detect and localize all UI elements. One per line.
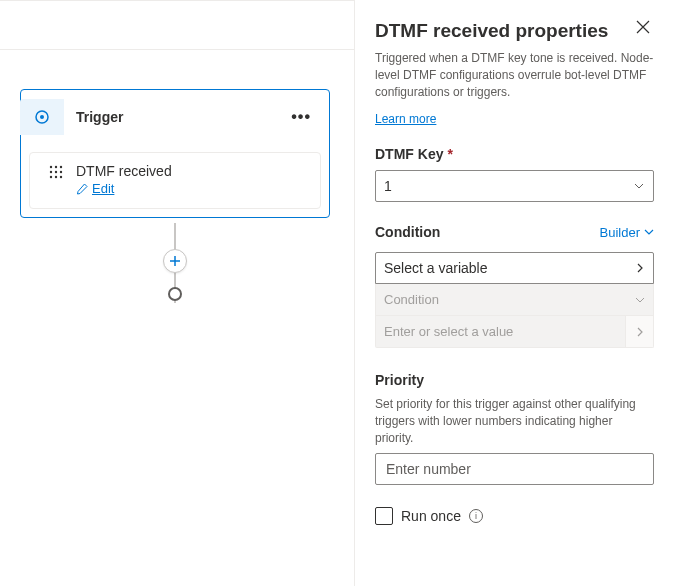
close-icon[interactable]: [632, 16, 654, 38]
condition-label: Condition: [375, 224, 440, 240]
trigger-header: Trigger •••: [21, 90, 329, 144]
condition-operator-placeholder: Condition: [384, 292, 439, 307]
more-icon[interactable]: •••: [287, 108, 315, 126]
edit-label: Edit: [92, 181, 114, 196]
value-picker-button: [625, 316, 653, 347]
add-node-button[interactable]: [163, 249, 187, 273]
trigger-item-label: DTMF received: [76, 163, 308, 179]
run-once-checkbox[interactable]: [375, 507, 393, 525]
variable-select[interactable]: Select a variable: [375, 252, 654, 284]
chevron-down-icon: [635, 295, 645, 305]
builder-label: Builder: [600, 225, 640, 240]
chevron-right-icon: [635, 263, 645, 273]
dtmf-key-label: DTMF Key*: [375, 146, 654, 162]
edit-link[interactable]: Edit: [76, 181, 114, 196]
svg-point-3: [55, 166, 57, 168]
svg-point-6: [55, 171, 57, 173]
learn-more-link[interactable]: Learn more: [375, 112, 436, 126]
dtmf-key-value: 1: [384, 178, 392, 194]
builder-toggle[interactable]: Builder: [600, 225, 654, 240]
end-node-icon: [168, 287, 182, 301]
properties-panel: DTMF received properties Triggered when …: [354, 0, 674, 586]
panel-description: Triggered when a DTMF key tone is receiv…: [375, 50, 654, 100]
svg-point-10: [60, 176, 62, 178]
info-icon[interactable]: i: [469, 509, 483, 523]
svg-point-8: [50, 176, 52, 178]
flow-canvas: Trigger ••• DTMF received Edit: [0, 0, 354, 586]
trigger-icon: [20, 99, 64, 135]
chevron-right-icon: [635, 327, 645, 337]
trigger-node[interactable]: Trigger ••• DTMF received Edit: [20, 89, 330, 218]
svg-point-1: [40, 115, 44, 119]
svg-point-5: [50, 171, 52, 173]
condition-value-input: Enter or select a value: [375, 316, 654, 348]
priority-input[interactable]: [384, 460, 645, 478]
svg-point-2: [50, 166, 52, 168]
svg-point-9: [55, 176, 57, 178]
run-once-label: Run once: [401, 508, 461, 524]
condition-operator-select: Condition: [375, 284, 654, 316]
trigger-item[interactable]: DTMF received Edit: [29, 152, 321, 209]
trigger-body: DTMF received Edit: [21, 144, 329, 217]
priority-help-text: Set priority for this trigger against ot…: [375, 396, 654, 446]
dialpad-icon: [42, 163, 70, 179]
chevron-down-icon: [633, 180, 645, 192]
priority-label: Priority: [375, 372, 654, 388]
chevron-down-icon: [644, 227, 654, 237]
pencil-icon: [76, 183, 88, 195]
priority-input-wrap: [375, 453, 654, 485]
svg-point-4: [60, 166, 62, 168]
condition-value-placeholder: Enter or select a value: [376, 324, 625, 339]
trigger-title: Trigger: [64, 109, 287, 125]
variable-placeholder: Select a variable: [384, 260, 488, 276]
svg-point-7: [60, 171, 62, 173]
plus-icon: [169, 255, 181, 267]
panel-title: DTMF received properties: [375, 20, 608, 42]
canvas-divider: [0, 49, 354, 50]
dtmf-key-select[interactable]: 1: [375, 170, 654, 202]
